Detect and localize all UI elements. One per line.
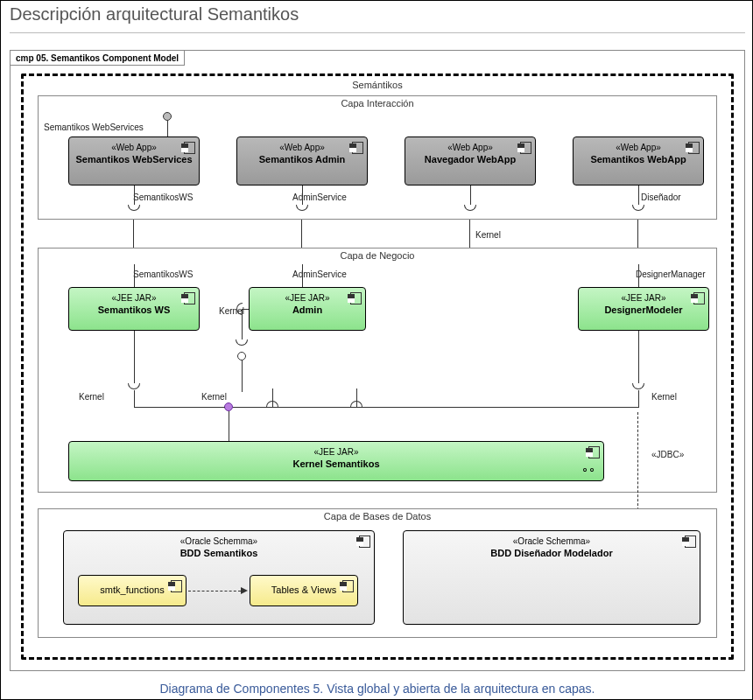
stereotype: «JEE JAR» [69,447,603,458]
component-icon [682,536,694,546]
label-adminsvc: AdminService [292,192,347,202]
component-name: Navegador WebApp [405,154,535,166]
comp-sem-webapp: «Web App» Semantikos WebApp [573,136,704,186]
required-socket [632,205,644,211]
component-icon [348,292,360,303]
connector [272,388,273,408]
connector [356,388,357,408]
diagram-frame: cmp 05. Semantikos Component Model Semán… [10,50,745,671]
stereotype: «Web App» [405,143,535,154]
system-boundary: Semántikos Capa Interacción Semantikos W… [21,74,734,660]
stereotype: «Oracle Schemma» [64,536,374,548]
stereotype: «Oracle Schemma» [404,536,700,548]
connector [134,264,135,287]
required-socket [236,340,248,346]
connector [167,121,168,136]
system-name: Semántikos [24,80,731,90]
connector [134,390,135,408]
connector [229,411,229,441]
connector [242,360,243,392]
component-icon [349,142,362,152]
layer-interaction: Capa Interacción Semantikos WebServices … [38,95,717,220]
component-name: DesignerModeler [579,304,708,317]
label-designer: Diseñador [641,192,681,202]
connector [233,407,639,408]
provided-ball [224,402,233,411]
connector [638,390,639,408]
label-semws: SemantikosWS [133,192,193,202]
stereotype: «Web App» [237,143,367,154]
figure-caption: Diagrama de Componentes 5. Vista global … [1,682,753,696]
component-name: Semantikos WS [69,304,199,317]
comp-bdd-semantikos: «Oracle Schemma» BDD Semantikos smtk_fun… [63,530,375,625]
comp-ws-webapp: «Web App» Semantikos WebServices [68,136,200,186]
comp-ws-jar: «JEE JAR» Semantikos WS [68,287,200,331]
component-name: BDD Diseñador Modelador [404,548,700,560]
component-name: Admin [250,304,365,317]
component-icon [686,142,698,152]
required-socket [632,383,644,389]
required-socket [128,383,140,389]
label-adminsvc: AdminService [292,270,347,279]
component-name: BDD Semantikos [64,548,374,560]
provided-ball [237,352,246,360]
connector [302,186,303,205]
connector [638,264,639,287]
component-name: Semantikos Admin [237,154,367,166]
connector [242,310,243,340]
port-ball [163,112,172,121]
component-icon [340,580,352,591]
connector [242,309,249,310]
required-socket [464,205,476,211]
layer-data-title: Capa de Bases de Datos [39,511,716,522]
comp-admin-webapp: «Web App» Semantikos Admin [236,136,368,186]
comp-bdd-disenador: «Oracle Schemma» BDD Diseñador Modelador [403,530,700,625]
label-kernel: Kernel [651,392,677,402]
connector [470,186,471,205]
frame-label: cmp 05. Semantikos Component Model [10,50,185,66]
layer-business-title: Capa de Negocio [39,250,716,261]
component-name: Kernel Semantikos [69,458,603,471]
connector [134,186,135,205]
label-kernel: Kernel [475,230,501,240]
layer-data: Capa de Bases de Datos «Oracle Schemma» … [38,508,717,638]
connector-jdbc [637,412,638,519]
component-icon [168,580,180,591]
comp-tables-views: Tables & Views [250,575,358,606]
label-kernel: Kernel [79,392,104,402]
connector [134,331,135,383]
comp-nav-webapp: «Web App» Navegador WebApp [405,136,536,186]
comp-designer-jar: «JEE JAR» DesignerModeler [578,287,709,331]
connector [134,407,225,408]
required-socket [128,205,140,211]
arrowhead-icon [241,587,248,594]
component-name: Semantikos WebServices [69,154,199,166]
component-icon [691,292,703,303]
layer-business: Capa de Negocio SemantikosWS AdminServic… [38,248,717,493]
component-icon [181,292,194,303]
component-icon [181,142,194,152]
stereotype: «JEE JAR» [69,293,199,304]
component-icon [517,142,530,152]
connector [638,186,639,205]
comp-admin-jar: «JEE JAR» Admin [249,287,366,331]
label-kernel: Kernel [201,392,227,402]
divider [10,32,745,33]
layer-interaction-title: Capa Interacción [39,98,716,108]
required-socket [296,205,308,211]
label-designermgr: DesignerManager [636,270,706,279]
component-icon [356,536,369,546]
comp-kernel: «JEE JAR» Kernel Semantikos ⚬⚬ [68,441,604,481]
stereotype: «Web App» [574,143,703,154]
classifier-icon: ⚬⚬ [581,464,595,477]
connector [188,591,241,592]
stereotype: «Web App» [69,143,199,154]
label-jdbc: «JDBC» [651,450,684,459]
component-name: Semantikos WebApp [574,154,703,166]
connector [638,331,639,383]
stereotype: «JEE JAR» [579,293,708,304]
connector [302,264,303,287]
component-icon [586,446,598,457]
label-ws-port: Semantikos WebServices [44,122,144,132]
comp-smtk-functions: smtk_functions [78,575,186,606]
